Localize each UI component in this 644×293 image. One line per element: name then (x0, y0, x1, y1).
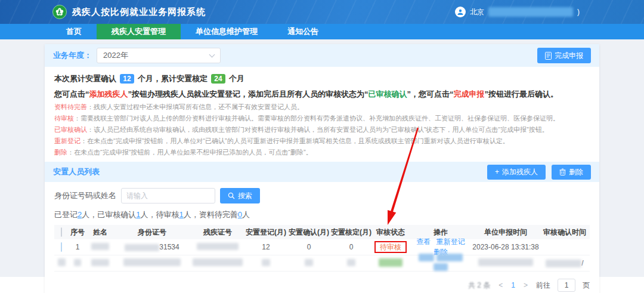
page: 残疾人按比例就业业务网报系统 北京 ) 首页 残疾人安置管理 单位信息维护管理 … (0, 0, 644, 293)
next-page-button[interactable]: > (522, 281, 529, 289)
id-visible-suffix: 31534 (159, 243, 179, 251)
cell-confirm-months: 0 (287, 243, 331, 251)
nav-tab-placement-management[interactable]: 残疾人安置管理 (97, 24, 181, 39)
user-name-suffix: ) (577, 8, 580, 16)
content-area: 业务年度： 2022年 完成申报 (0, 39, 644, 277)
confirm-time-suffix: / (581, 259, 583, 267)
nav-tab-notices[interactable]: 通知公告 (273, 24, 333, 39)
trash-icon (559, 168, 566, 175)
redacted-status-confirmed (379, 258, 402, 267)
col-header-name: 姓名 (86, 227, 114, 238)
col-header-confirm-months: 安置确认(月) (287, 227, 331, 238)
goto-label: 前往 (536, 280, 550, 291)
user-avatar-icon (455, 7, 466, 17)
table-row: 1 31534 12 0 0 待审核 查看 重新登记 删除 2023-06-28… (54, 239, 590, 255)
nav-tab-unit-info[interactable]: 单位信息维护管理 (181, 24, 273, 39)
search-button[interactable]: 搜索 (220, 188, 260, 203)
cell-name (86, 243, 114, 252)
note-desc: ：在未点击“完成申报”按钮前，用人单位如果不想申报已添加的人员，可点击“删除”。 (67, 149, 312, 156)
col-header-report-time: 单位申报时间 (472, 227, 540, 238)
redacted-seq (74, 259, 81, 266)
goto-page-input[interactable] (558, 279, 575, 292)
reregister-link[interactable]: 重新登记 (436, 238, 465, 246)
plus-icon: + (495, 168, 499, 176)
redacted-link[interactable] (419, 254, 434, 261)
summary-text-2: 个月，累计安置核定 (138, 73, 208, 84)
note-term: 待审核 (54, 115, 74, 122)
col-header-seq: 序号 (69, 227, 86, 238)
redacted-checkbox[interactable] (58, 258, 66, 266)
note-term: 已审核确认 (54, 126, 87, 133)
search-field-label: 身份证号码或姓名 (54, 190, 116, 201)
select-all-checkbox[interactable] (61, 227, 62, 237)
search-row: 身份证号码或姓名 搜索 (45, 182, 599, 207)
cell-disability-cert (190, 243, 245, 252)
status-pending-badge-highlighted: 待审核 (374, 241, 407, 253)
summary-text-1: 本次累计安置确认 (54, 73, 116, 84)
redacted-id-prefix (125, 244, 159, 251)
cell-confirm-time: / (540, 259, 590, 267)
view-link[interactable]: 查看 (416, 238, 431, 246)
redacted-months (347, 259, 355, 266)
summary-text-3: 个月 (229, 73, 244, 84)
delete-button[interactable]: 删除 (552, 165, 591, 180)
placement-list-section-bar: 安置人员列表 + 添加残疾人 删除 (45, 162, 599, 182)
stat-label: 待审核 (156, 210, 179, 219)
row-checkbox[interactable] (61, 242, 62, 252)
col-header-confirm-time: 审核确认时间 (540, 227, 590, 238)
nav-tab-home[interactable]: 首页 (51, 24, 97, 39)
complete-declaration-button[interactable]: 完成申报 (537, 48, 591, 63)
instruction-complete-highlight: 完成申报 (454, 90, 485, 98)
search-input[interactable] (121, 188, 215, 203)
complete-declaration-label: 完成申报 (555, 51, 583, 61)
document-icon (545, 52, 552, 60)
cell-approve-months: 0 (331, 243, 371, 251)
main-card: 业务年度： 2022年 完成申报 (45, 44, 599, 293)
current-page-number[interactable]: 1 (511, 281, 515, 289)
col-header-reg-months: 安置登记(月) (245, 227, 287, 238)
redacted-link[interactable] (434, 263, 448, 271)
user-region-text: 北京 (470, 7, 484, 17)
stat-label: 已审核确认 (97, 210, 136, 219)
stat-label: 资料待完善 (199, 210, 238, 219)
prev-page-button[interactable]: < (497, 281, 504, 289)
redacted-id (123, 258, 181, 266)
top-header-bar: 残疾人按比例就业业务网报系统 北京 ) (0, 0, 644, 24)
cell-id-number: 31534 (114, 243, 190, 251)
redacted-months (262, 259, 270, 266)
col-header-approve-months: 安置核定(月) (331, 227, 371, 238)
table-header-row: 序号 姓名 身份证号 残疾证号 安置登记(月) 安置确认(月) 安置核定(月) … (54, 225, 590, 239)
add-disabled-person-button[interactable]: + 添加残疾人 (487, 165, 546, 180)
cell-reg-months: 12 (245, 243, 287, 251)
add-disabled-person-label: 添加残疾人 (502, 167, 538, 177)
instruction-add-highlight: 添加残疾人 (89, 90, 128, 98)
main-nav: 首页 残疾人安置管理 单位信息维护管理 通知公告 (0, 24, 644, 39)
summary-line: 本次累计安置确认 12 个月，累计安置核定 24 个月 (54, 73, 590, 84)
redacted-confirm-time (546, 260, 581, 267)
instruction-text-2: ”按钮办理残疾人员就业安置登记，添加完后且所有人员的审核状态为“ (128, 90, 369, 98)
stat-pending-count[interactable]: 1 (179, 210, 183, 219)
instruction-line: 您可点击“添加残疾人”按钮办理残疾人员就业安置登记，添加完后且所有人员的审核状态… (54, 89, 590, 100)
redacted-actions (410, 254, 472, 273)
col-header-actions: 操作 (410, 227, 472, 238)
stat-unit: 人， (184, 210, 199, 219)
note-term: 重新登记 (54, 137, 80, 144)
redacted-link[interactable] (436, 254, 463, 261)
instruction-confirmed-highlight: 已审核确认 (369, 90, 407, 98)
registration-stats: 已登记2人，已审核确认1人，待审核1人，资料待完善0人 (45, 207, 599, 225)
redacted-cert (193, 258, 243, 266)
redacted-user-name (488, 7, 573, 17)
confirmed-months-badge: 12 (120, 74, 134, 84)
stat-unit: 人， (82, 210, 97, 219)
stat-label: 已登记 (54, 210, 78, 219)
user-account-menu[interactable]: 北京 ) (455, 0, 580, 24)
note-reregister: 重新登记：在未点击“完成申报”按钮前，用人单位对“已确认”的人员可重新进行申报并… (54, 137, 590, 145)
cell-review-status: 待审核 (371, 242, 410, 252)
delete-button-label: 删除 (569, 167, 583, 177)
stat-incomplete-count[interactable]: 0 (238, 210, 242, 219)
note-desc: ：在未点击“完成申报”按钮前，用人单位对“已确认”的人员可重新进行申报并重新填写… (80, 137, 509, 144)
instruction-text-4: ”按钮进行最后确认。 (485, 90, 559, 98)
business-year-select[interactable]: 2022年 (97, 48, 221, 63)
business-year-label: 业务年度： (53, 50, 92, 61)
total-count-label: 共 2 条 (468, 280, 490, 291)
